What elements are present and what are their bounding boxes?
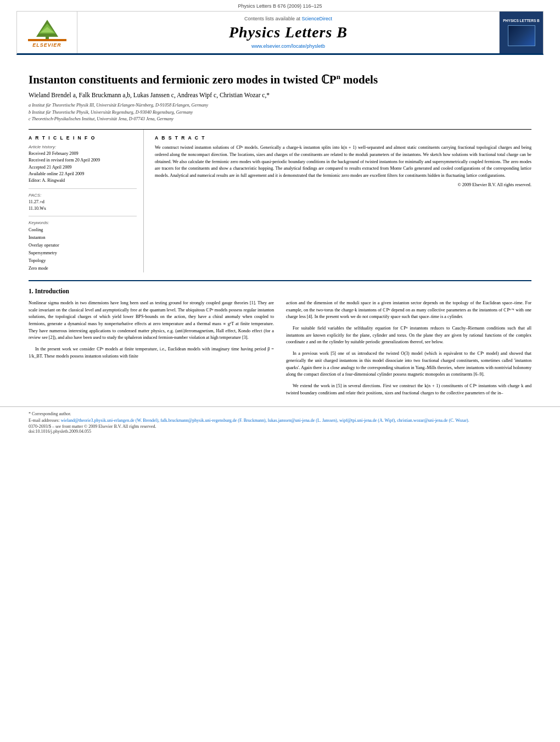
svg-rect-4 (28, 39, 66, 41)
intro-para-right-3: In a previous work [5] one of us introdu… (286, 350, 531, 378)
journal-cover: PHYSICS LETTERS B (499, 12, 543, 53)
intro-para-right-1: action and the dimension of the moduli s… (286, 300, 531, 321)
editor: Editor: A. Ringwald (29, 177, 137, 184)
keywords-label: Keywords: (29, 220, 137, 225)
intro-para-2: In the present work we consider ℂPⁿ mode… (29, 346, 274, 360)
pacs-label: PACS: (29, 193, 137, 198)
elsevier-tree-icon (28, 17, 66, 41)
article-title: Instanton constituents and fermionic zer… (29, 72, 531, 87)
journal-url[interactable]: www.elsevier.com/locate/physletb (251, 43, 325, 49)
affiliation-c: c Theoretisch-Physikalisches Institut, U… (29, 116, 531, 122)
section-divider (29, 280, 531, 281)
journal-citation: Physics Letters B 676 (2009) 116–125 (238, 3, 322, 9)
main-content: Instanton constituents and fermionic zer… (0, 55, 560, 406)
banner-center: Contents lists available at ScienceDirec… (77, 12, 499, 53)
keyword-5: Zero mode (29, 265, 137, 272)
science-direct-text: Contents lists available at ScienceDirec… (244, 16, 332, 21)
corresponding-author-note: * Corresponding author. (29, 411, 531, 416)
keyword-2: Overlay operator (29, 242, 137, 249)
info-abstract-row: A R T I C L E I N F O Article history: R… (29, 129, 531, 272)
elsevier-wordmark: ELSEVIER (32, 42, 61, 48)
science-direct-link[interactable]: ScienceDirect (302, 16, 333, 21)
intro-para-right-2: For suitable field variables the selfdua… (286, 325, 531, 346)
info-divider-1 (29, 188, 137, 189)
keyword-1: Instanton (29, 234, 137, 242)
affiliation-a: a Institut für Theoretische Physik III, … (29, 102, 531, 109)
keyword-4: Topology (29, 257, 137, 265)
elsevier-logo: ELSEVIER (17, 12, 77, 53)
keywords-list: Cooling Instanton Overlay operator Super… (29, 226, 137, 272)
received2: Received in revised form 20 April 2009 (29, 157, 137, 164)
abstract-text: We construct twisted instanton solutions… (155, 144, 531, 180)
pacs1: 11.27.+d (29, 199, 137, 205)
body-left-col: Nonlinear sigma models in two dimensions… (29, 300, 274, 401)
page-footer: * Corresponding author. E-mail addresses… (0, 406, 560, 438)
abstract-heading: A B S T R A C T (155, 135, 531, 141)
abstract-col: A B S T R A C T We construct twisted ins… (155, 130, 531, 272)
pacs2: 11.10.Wx (29, 205, 137, 212)
affiliation-b: b Institut für Theoretische Physik, Univ… (29, 109, 531, 116)
keyword-0: Cooling (29, 226, 137, 234)
available: Available online 22 April 2009 (29, 171, 137, 177)
email-line: E-mail addresses: wieland@theorie3.physi… (29, 418, 531, 423)
journal-banner: ELSEVIER Contents lists available at Sci… (16, 11, 544, 55)
abstract-copyright: © 2009 Elsevier B.V. All rights reserved… (155, 182, 531, 187)
section1-heading: 1. Introduction (29, 288, 531, 294)
intro-para-1: Nonlinear sigma models in two dimensions… (29, 300, 274, 342)
cover-label: PHYSICS LETTERS B (503, 19, 539, 23)
journal-citation-header: Physics Letters B 676 (2009) 116–125 (0, 0, 560, 11)
journal-title-banner: Physics Letters B (229, 24, 348, 41)
affiliations: a Institut für Theoretische Physik III, … (29, 102, 531, 122)
history-label: Article history: (29, 144, 137, 149)
intro-para-right-4: We extend the work in [5] in several dir… (286, 383, 531, 397)
body-right-col: action and the dimension of the moduli s… (286, 300, 531, 401)
email-label: E-mail addresses: (29, 418, 60, 423)
accepted: Accepted 21 April 2009 (29, 164, 137, 171)
keyword-3: Supersymmetry (29, 249, 137, 257)
article-info-heading: A R T I C L E I N F O (29, 135, 137, 141)
info-divider-2 (29, 216, 137, 216)
article-info-col: A R T I C L E I N F O Article history: R… (29, 130, 144, 272)
authors-line: Wieland Brendel a, Falk Bruckmann a,b, L… (29, 92, 531, 98)
received1: Received 20 February 2009 (29, 150, 137, 157)
email-links[interactable]: wieland@theorie3.physik.uni-erlangen.de … (61, 418, 469, 423)
body-columns: Nonlinear sigma models in two dimensions… (29, 300, 531, 401)
doi-line: 0370-2693/$ – see front matter © 2009 El… (29, 424, 531, 434)
